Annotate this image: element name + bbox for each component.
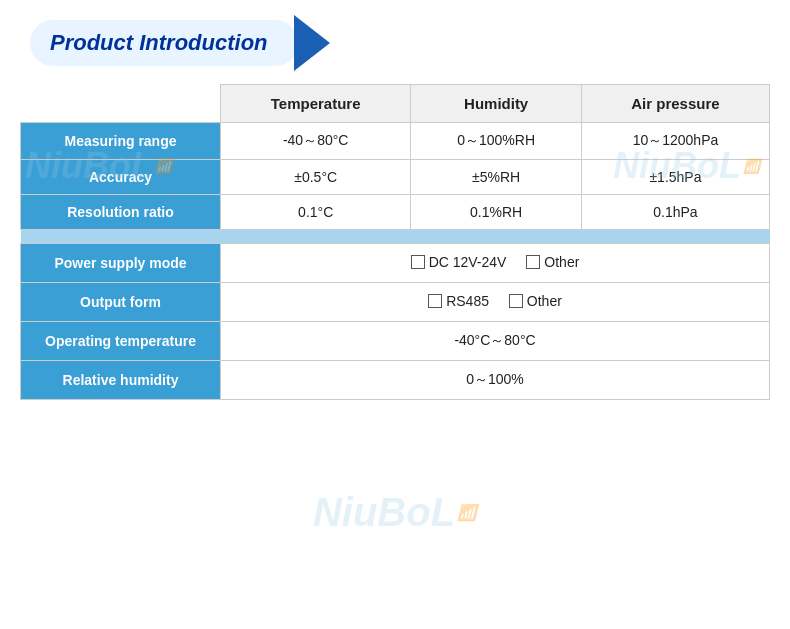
label-dc12v: DC 12V-24V — [429, 254, 507, 270]
table-row-resolution: Resolution ratio 0.1°C 0.1%RH 0.1hPa — [21, 195, 770, 230]
title-badge: Product Introduction — [30, 20, 298, 66]
table-header-row: Temperature Humidity Air pressure — [21, 85, 770, 123]
cell-humidity-measuring-range: 0～100%RH — [411, 123, 582, 160]
label-accuracy: Accuracy — [21, 160, 221, 195]
table-row-accuracy: Accuracy ±0.5°C ±5%RH ±1.5hPa — [21, 160, 770, 195]
col-header-humidity: Humidity — [411, 85, 582, 123]
col-header-air-pressure: Air pressure — [581, 85, 769, 123]
col-header-temperature: Temperature — [221, 85, 411, 123]
cell-temp-resolution: 0.1°C — [221, 195, 411, 230]
checkbox-other-power: Other — [526, 254, 579, 270]
label-resolution: Resolution ratio — [21, 195, 221, 230]
header-section: Product Introduction — [20, 20, 770, 66]
label-operating-temp: Operating temperature — [21, 322, 221, 361]
table-row-operating-temp: Operating temperature -40°C～80°C — [21, 322, 770, 361]
cell-humidity-accuracy: ±5%RH — [411, 160, 582, 195]
checkbox-other-output: Other — [509, 293, 562, 309]
title-arrow — [294, 15, 330, 71]
cell-temp-measuring-range: -40～80°C — [221, 123, 411, 160]
page-wrapper: Product Introduction NiuBoL📶 NiuBoL📶 Niu… — [0, 0, 790, 629]
cell-relative-humidity: 0～100% — [221, 361, 770, 400]
watermark-bottom: NiuBoL📶 — [313, 490, 477, 535]
label-output-form: Output form — [21, 283, 221, 322]
cb-box-rs485 — [428, 294, 442, 308]
cell-pressure-accuracy: ±1.5hPa — [581, 160, 769, 195]
cb-box-dc12v — [411, 255, 425, 269]
cell-pressure-resolution: 0.1hPa — [581, 195, 769, 230]
label-measuring-range: Measuring range — [21, 123, 221, 160]
cell-humidity-resolution: 0.1%RH — [411, 195, 582, 230]
cell-temp-accuracy: ±0.5°C — [221, 160, 411, 195]
label-rs485: RS485 — [446, 293, 489, 309]
cb-box-other-power — [526, 255, 540, 269]
label-relative-humidity: Relative humidity — [21, 361, 221, 400]
table-row-power-supply: Power supply mode DC 12V-24V Other — [21, 244, 770, 283]
label-power-supply: Power supply mode — [21, 244, 221, 283]
checkbox-dc12v: DC 12V-24V — [411, 254, 507, 270]
cell-power-supply: DC 12V-24V Other — [221, 244, 770, 283]
page-title: Product Introduction — [50, 30, 268, 56]
spacer-row — [21, 230, 770, 244]
label-other-power: Other — [544, 254, 579, 270]
table-row-measuring-range: Measuring range -40～80°C 0～100%RH 10～120… — [21, 123, 770, 160]
label-other-output: Other — [527, 293, 562, 309]
spacer-cell — [21, 230, 770, 244]
cell-output-form: RS485 Other — [221, 283, 770, 322]
table-row-relative-humidity: Relative humidity 0～100% — [21, 361, 770, 400]
cell-pressure-measuring-range: 10～1200hPa — [581, 123, 769, 160]
table-row-output-form: Output form RS485 Other — [21, 283, 770, 322]
watermark-bottom-text: NiuBoL — [313, 490, 455, 535]
cell-operating-temp: -40°C～80°C — [221, 322, 770, 361]
cb-box-other-output — [509, 294, 523, 308]
col-header-empty — [21, 85, 221, 123]
product-table: Temperature Humidity Air pressure Measur… — [20, 84, 770, 400]
checkbox-rs485: RS485 — [428, 293, 489, 309]
